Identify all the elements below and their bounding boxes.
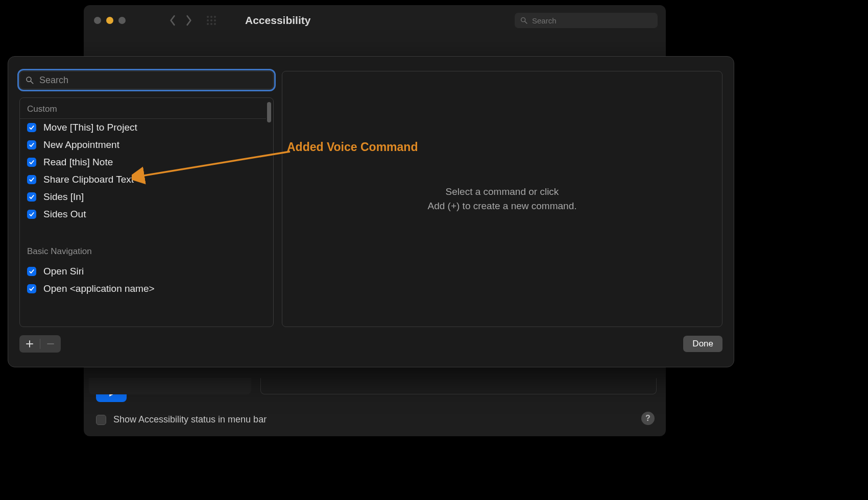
help-button[interactable]: ? <box>641 412 655 425</box>
checkmark-icon <box>29 142 35 148</box>
command-label: Sides [In] <box>43 191 84 203</box>
search-icon <box>25 76 34 85</box>
maximize-window-button[interactable] <box>118 17 126 24</box>
section-header: Basic Navigation <box>20 240 266 261</box>
checkmark-icon <box>29 194 35 200</box>
svg-point-6 <box>207 23 209 25</box>
command-checkbox[interactable] <box>27 123 36 132</box>
checkmark-icon <box>29 177 35 183</box>
titlebar-search[interactable]: Search <box>515 13 658 28</box>
plus-icon <box>26 340 34 348</box>
checkmark-icon <box>29 286 35 292</box>
sheet-footer: Done <box>19 335 722 353</box>
commands-list-wrap: CustomMove [This] to ProjectNew Appointm… <box>19 97 274 327</box>
command-checkbox[interactable] <box>27 210 36 219</box>
command-label: Read [this] Note <box>43 157 113 168</box>
commands-search-input[interactable] <box>39 75 268 86</box>
command-label: Open Siri <box>43 266 84 277</box>
svg-point-3 <box>207 19 209 21</box>
menubar-status-row: Show Accessibility status in menu bar <box>96 414 654 425</box>
command-item[interactable]: Sides Out <box>20 206 266 223</box>
placeholder-line-1: Select a command or click <box>427 185 576 199</box>
svg-point-12 <box>27 77 31 82</box>
command-detail-pane: Select a command or click Add (+) to cre… <box>282 71 722 327</box>
window-title: Accessibility <box>245 14 310 27</box>
svg-point-8 <box>214 23 216 25</box>
back-button[interactable] <box>165 13 180 28</box>
chevron-right-icon <box>185 15 193 26</box>
nav-buttons <box>165 13 196 28</box>
command-item[interactable]: Open <application name> <box>20 280 266 297</box>
commands-list[interactable]: CustomMove [This] to ProjectNew Appointm… <box>20 98 266 327</box>
checkmark-icon <box>29 211 35 217</box>
commands-sheet: CustomMove [This] to ProjectNew Appointm… <box>8 56 734 367</box>
done-button[interactable]: Done <box>683 336 722 352</box>
command-item[interactable]: Open Siri <box>20 263 266 280</box>
svg-line-10 <box>525 21 527 23</box>
titlebar: Accessibility Search <box>84 5 666 36</box>
section-header: Custom <box>20 98 266 119</box>
svg-point-9 <box>521 18 525 22</box>
command-label: New Appointment <box>43 139 119 151</box>
close-window-button[interactable] <box>94 17 101 24</box>
svg-point-7 <box>210 23 212 25</box>
command-checkbox[interactable] <box>27 158 36 167</box>
commands-search-field[interactable] <box>19 71 274 89</box>
command-checkbox[interactable] <box>27 192 36 202</box>
svg-point-5 <box>214 19 216 21</box>
add-command-button[interactable] <box>19 335 40 353</box>
svg-point-2 <box>214 16 216 18</box>
svg-point-4 <box>210 19 212 21</box>
command-checkbox[interactable] <box>27 284 36 293</box>
command-label: Move [This] to Project <box>43 122 137 133</box>
search-icon <box>520 16 528 24</box>
forward-button[interactable] <box>182 13 196 28</box>
checkmark-icon <box>29 159 35 165</box>
add-remove-group <box>19 335 61 353</box>
command-checkbox[interactable] <box>27 175 36 184</box>
window-controls <box>94 17 126 24</box>
svg-point-0 <box>207 16 209 18</box>
panel-fragment <box>260 378 657 394</box>
command-item[interactable]: Read [this] Note <box>20 154 266 171</box>
sheet-body: CustomMove [This] to ProjectNew Appointm… <box>19 71 722 327</box>
placeholder-line-2: Add (+) to create a new command. <box>427 199 576 214</box>
command-checkbox[interactable] <box>27 140 36 149</box>
minus-icon <box>46 340 55 348</box>
chevron-left-icon <box>168 15 177 26</box>
command-label: Sides Out <box>43 209 86 220</box>
detail-placeholder: Select a command or click Add (+) to cre… <box>427 185 576 214</box>
commands-left-column: CustomMove [This] to ProjectNew Appointm… <box>19 71 274 327</box>
command-label: Open <application name> <box>43 283 155 294</box>
command-item[interactable]: Sides [In] <box>20 188 266 206</box>
show-all-icon[interactable] <box>206 15 216 26</box>
command-label: Share Clipboard Text <box>43 174 134 185</box>
menubar-status-checkbox[interactable] <box>96 415 106 425</box>
command-item[interactable]: Share Clipboard Text <box>20 171 266 188</box>
checkmark-icon <box>29 124 35 131</box>
remove-command-button[interactable] <box>40 335 61 353</box>
command-item[interactable]: Move [This] to Project <box>20 119 266 136</box>
parent-bottom-area: Show Accessibility status in menu bar ? <box>84 378 666 436</box>
sidebar-fragment <box>89 378 251 394</box>
minimize-window-button[interactable] <box>106 17 113 24</box>
titlebar-search-placeholder: Search <box>532 16 557 25</box>
checkmark-icon <box>29 268 35 274</box>
svg-point-1 <box>210 16 212 18</box>
command-checkbox[interactable] <box>27 267 36 276</box>
scrollbar-thumb[interactable] <box>267 102 271 122</box>
menubar-status-label: Show Accessibility status in menu bar <box>113 414 267 425</box>
svg-line-13 <box>31 81 33 84</box>
command-item[interactable]: New Appointment <box>20 136 266 154</box>
